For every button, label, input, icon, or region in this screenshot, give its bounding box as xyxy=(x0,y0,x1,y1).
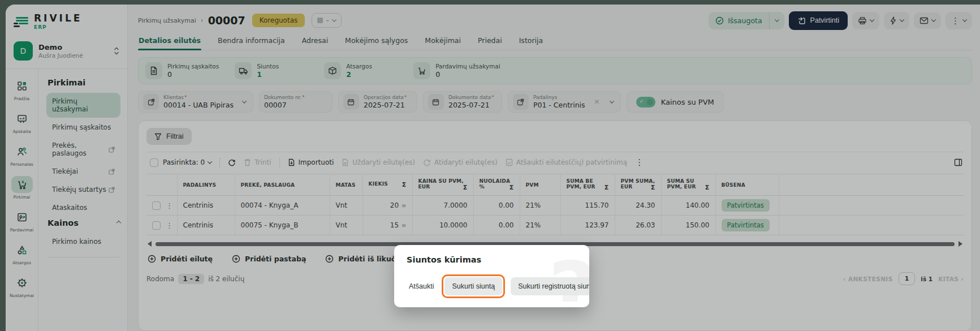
highlight-annotation: Sukurti siuntą xyxy=(442,274,505,298)
screen: RIVILE ERP D Demo Aušra Juodienė xyxy=(0,0,980,331)
modal-cancel-button[interactable]: Atšaukti xyxy=(407,278,436,295)
modal-title: Siuntos kūrimas xyxy=(407,255,577,264)
create-shipment-button[interactable]: Sukurti siuntą xyxy=(444,277,502,295)
shipment-create-modal: ? Siuntos kūrimas Atšaukti Sukurti siunt… xyxy=(394,245,589,307)
create-registered-shipment-button[interactable]: Sukurti registruotą siuntą xyxy=(511,277,589,295)
